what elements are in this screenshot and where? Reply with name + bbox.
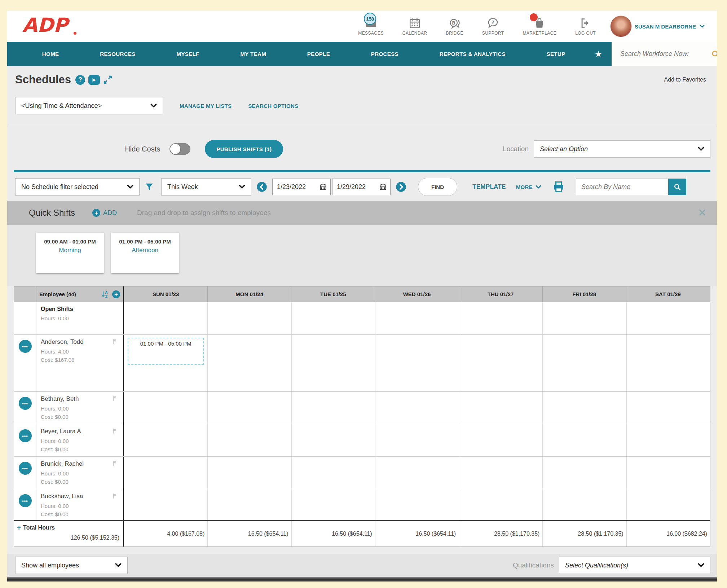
schedule-cell[interactable] [627,392,710,424]
template-link[interactable]: TEMPLATE [472,183,506,190]
schedule-cell[interactable] [208,457,291,489]
add-to-favorites-link[interactable]: Add to Favorites [664,76,706,83]
sort-az-icon[interactable] [101,290,109,299]
quick-shift-card-afternoon[interactable]: 01:00 PM - 05:00 PM Afternoon [111,233,179,273]
schedule-cell[interactable] [208,424,291,456]
flag-icon[interactable] [112,428,119,434]
favorites-star-icon[interactable]: ★ [594,42,602,66]
nav-reports-analytics[interactable]: REPORTS & ANALYTICS [440,51,506,57]
row-actions-menu[interactable]: ••• [19,429,32,442]
user-avatar[interactable] [610,16,632,37]
schedule-cell[interactable] [292,335,375,391]
expand-icon[interactable] [103,75,113,84]
schedule-cell[interactable] [459,392,543,424]
schedule-cell[interactable] [375,424,459,456]
schedule-cell[interactable] [375,302,459,334]
schedule-cell[interactable] [292,392,375,424]
previous-week-button[interactable] [256,181,267,192]
hide-costs-toggle[interactable] [169,143,190,155]
calendar-icon[interactable] [320,183,327,190]
day-header-tue[interactable]: TUE 01/25 [291,286,375,302]
schedule-cell[interactable] [627,335,710,391]
calendar-button[interactable]: CALENDAR [402,17,427,36]
support-button[interactable]: SUPPORT [482,17,504,36]
video-tutorial-icon[interactable]: ▶ [88,75,100,85]
help-icon[interactable]: ? [75,75,85,85]
day-header-sat[interactable]: SAT 01/29 [626,286,710,302]
assigned-shift[interactable]: 01:00 PM - 05:00 PM [128,338,204,365]
schedule-cell[interactable] [124,424,208,456]
global-search-input[interactable] [612,50,717,58]
schedule-cell[interactable] [208,392,291,424]
row-actions-menu[interactable]: ••• [19,494,32,507]
day-header-mon[interactable]: MON 01/24 [208,286,291,302]
schedule-cell[interactable]: 01:00 PM - 05:00 PM [124,335,208,391]
row-actions-menu[interactable]: ••• [19,462,32,475]
schedule-cell[interactable] [124,392,208,424]
list-select[interactable]: <Using Time & Attendance> [15,97,163,114]
nav-setup[interactable]: SETUP [547,51,565,57]
flag-icon[interactable] [112,493,119,499]
calendar-icon[interactable] [379,183,387,190]
show-employees-select[interactable]: Show all employees [15,557,128,574]
row-actions-menu[interactable]: ••• [19,340,32,353]
search-by-name-button[interactable] [668,179,686,195]
user-menu[interactable]: SUSAN M DEARBORNE [635,23,705,30]
marketplace-button[interactable]: MARKETPLACE [523,17,556,36]
nav-myself[interactable]: MYSELF [176,51,199,57]
publish-shifts-button[interactable]: PUBLISH SHIFTS (1) [205,140,283,158]
day-header-wed[interactable]: WED 01/26 [375,286,459,302]
nav-my-team[interactable]: MY TEAM [240,51,266,57]
schedule-cell[interactable] [375,489,459,520]
location-select[interactable]: Select an Option [534,140,710,158]
search-options-link[interactable]: SEARCH OPTIONS [248,103,298,109]
flag-icon[interactable] [112,395,119,402]
end-date-input[interactable] [336,183,379,191]
schedule-cell[interactable] [459,302,543,334]
schedule-cell[interactable] [543,489,626,520]
schedule-cell[interactable] [627,489,710,520]
flag-icon[interactable] [112,338,119,345]
schedule-cell[interactable] [543,424,626,456]
schedule-filter-select[interactable]: No Schedule filter selected [15,178,140,196]
qualifications-select[interactable]: Select Qualification(s) [559,557,710,574]
find-button[interactable]: FIND [418,178,457,196]
nav-people[interactable]: PEOPLE [307,51,330,57]
schedule-cell[interactable] [459,424,543,456]
bridge-button[interactable]: BRIDGE [446,17,463,36]
schedule-cell[interactable] [543,392,626,424]
schedule-cell[interactable] [543,302,626,334]
next-week-button[interactable] [396,181,406,192]
day-header-fri[interactable]: FRI 01/28 [543,286,626,302]
more-menu[interactable]: MORE [516,184,541,190]
add-employee-icon[interactable]: + [112,290,120,298]
messages-button[interactable]: 158 MESSAGES [358,17,384,36]
schedule-cell[interactable] [627,424,710,456]
schedule-cell[interactable] [627,302,710,334]
schedule-cell[interactable] [292,489,375,520]
schedule-cell[interactable] [543,335,626,391]
period-select[interactable]: This Week [161,178,251,196]
flag-icon[interactable] [112,460,119,467]
close-icon[interactable]: ✕ [698,207,707,218]
start-date-input[interactable] [276,183,320,191]
quick-shift-card-morning[interactable]: 09:00 AM - 01:00 PM Morning [36,233,104,273]
schedule-cell[interactable] [292,424,375,456]
schedule-cell[interactable] [208,489,291,520]
schedule-cell[interactable] [459,489,543,520]
search-by-name-input[interactable] [576,179,668,195]
adp-logo[interactable]: ADP [7,14,115,39]
schedule-cell[interactable] [459,335,543,391]
schedule-cell[interactable] [543,457,626,489]
print-icon[interactable] [552,180,565,193]
schedule-cell[interactable] [208,335,291,391]
logout-button[interactable]: LOG OUT [575,17,596,36]
manage-my-lists-link[interactable]: MANAGE MY LISTS [180,103,232,109]
horizontal-scrollbar[interactable] [7,577,717,582]
schedule-cell[interactable] [292,302,375,334]
schedule-cell[interactable] [375,457,459,489]
row-actions-menu[interactable]: ••• [19,397,32,410]
nav-resources[interactable]: RESOURCES [100,51,136,57]
nav-process[interactable]: PROCESS [371,51,398,57]
add-quick-shift-button[interactable]: + ADD [92,209,117,217]
